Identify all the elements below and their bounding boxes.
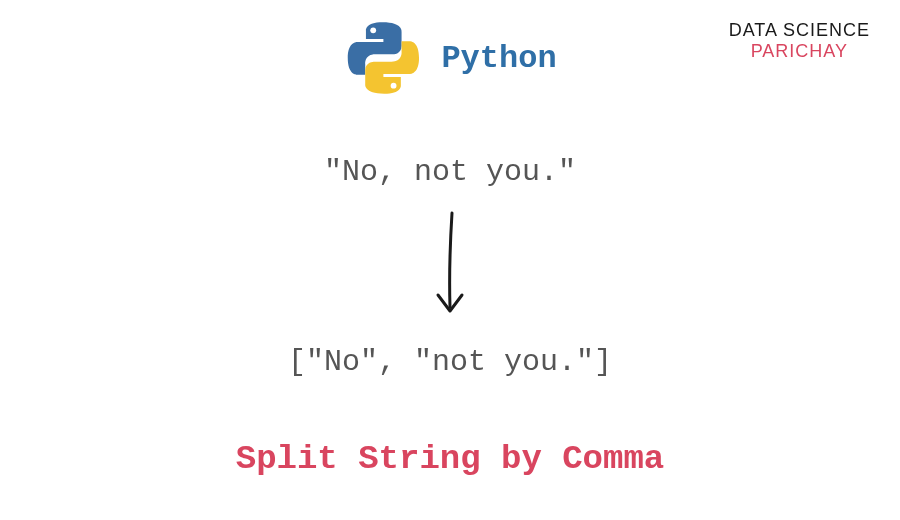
example-output-text: ["No", "not you."] — [288, 345, 612, 379]
brand-block: DATA SCIENCE PARICHAY — [729, 20, 870, 62]
python-logo-icon — [343, 18, 423, 98]
page-title: Python — [441, 40, 556, 77]
example-input-text: "No, not you." — [324, 155, 576, 189]
brand-line1: DATA SCIENCE — [729, 20, 870, 41]
caption-text: Split String by Comma — [236, 440, 664, 478]
header: Python — [343, 18, 556, 98]
svg-point-0 — [370, 27, 376, 33]
brand-line2: PARICHAY — [729, 41, 870, 62]
down-arrow-icon — [420, 205, 480, 325]
svg-point-1 — [391, 83, 397, 89]
